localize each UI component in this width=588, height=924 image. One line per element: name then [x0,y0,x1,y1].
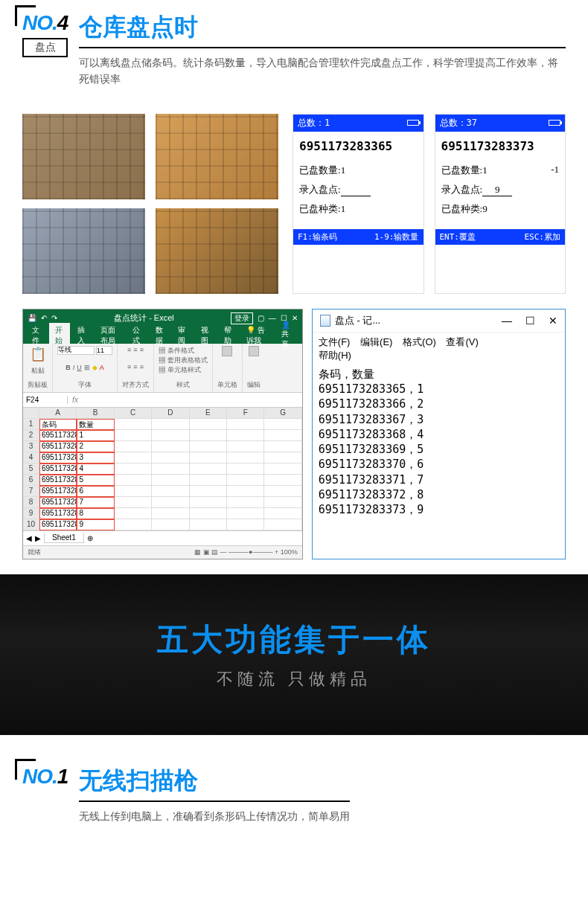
cell[interactable]: 数量 [77,419,114,430]
share-button[interactable]: 👤 共享 [275,318,299,352]
cell[interactable] [264,519,301,530]
cell[interactable] [152,430,189,441]
menu-file[interactable]: 文件(F) [319,336,351,347]
cell[interactable] [115,486,152,497]
cell[interactable] [227,486,264,497]
cell[interactable] [152,519,189,530]
cell[interactable]: 2 [23,430,39,441]
sheet-tab[interactable]: Sheet1 [44,533,84,543]
save-icon[interactable]: 💾 [28,314,36,322]
cell[interactable] [264,486,301,497]
cell[interactable]: 6951173283365 [39,430,77,441]
cell[interactable]: E [190,408,227,419]
minimize-icon[interactable]: — [502,315,512,327]
cell[interactable] [264,475,301,486]
cell[interactable] [115,508,152,519]
cell[interactable]: 5 [23,463,39,475]
cell[interactable]: 7 [23,486,39,497]
cell[interactable] [115,430,152,441]
cell[interactable] [190,519,227,530]
align-bot-icon[interactable]: ≡ [140,346,144,353]
undo-icon[interactable]: ↶ [41,314,47,322]
align-right-icon[interactable]: ≡ [140,363,144,370]
cell[interactable] [190,430,227,441]
menu-view[interactable]: 查看(V) [446,336,478,347]
cell[interactable]: 10 [23,519,39,530]
cell[interactable]: G [264,408,301,419]
fill-icon[interactable]: ◆ [92,364,98,371]
cell[interactable] [264,497,301,508]
cell[interactable] [115,475,152,486]
paste-icon[interactable]: 📋 [30,346,46,362]
cell[interactable] [264,430,301,441]
cell[interactable]: F [227,408,264,419]
cell[interactable]: D [152,408,189,419]
cell[interactable] [227,463,264,475]
align-top-icon[interactable]: ≡ [127,346,131,353]
cell[interactable] [152,486,189,497]
cell[interactable] [190,441,227,452]
cell[interactable] [152,497,189,508]
fx-icon[interactable]: fx [68,396,83,404]
cell[interactable] [23,408,39,419]
sheet-nav-prev-icon[interactable]: ◀ [26,534,32,542]
cell[interactable]: 4 [23,452,39,463]
cell[interactable] [152,441,189,452]
cell[interactable] [264,419,301,430]
font-name-input[interactable] [57,346,95,355]
cell[interactable] [190,486,227,497]
cond-format[interactable]: ▦ 条件格式 [159,346,208,356]
ribbon-mode-icon[interactable]: ▢ [258,314,264,322]
cell[interactable]: C [115,408,152,419]
cell[interactable] [190,452,227,463]
cell[interactable]: 7 [77,497,114,508]
font-color-icon[interactable]: A [100,364,104,371]
cell[interactable] [264,452,301,463]
excel-grid[interactable]: ABCDEFG1条码数量2695117328336513695117328336… [23,408,302,530]
cell[interactable]: 6 [77,486,114,497]
cell[interactable]: A [39,408,77,419]
add-sheet-icon[interactable]: ⊕ [87,534,93,542]
cell[interactable]: 1 [23,419,39,430]
table-format[interactable]: ▦ 套用表格格式 [159,356,208,365]
cell[interactable]: 2 [77,441,114,452]
align-left-icon[interactable]: ≡ [127,363,131,370]
menu-format[interactable]: 格式(O) [403,336,436,347]
cell[interactable] [264,441,301,452]
cell[interactable]: 条码 [39,419,77,430]
view-normal-icon[interactable]: ▦ [194,548,201,556]
cell[interactable] [115,519,152,530]
cell[interactable] [227,475,264,486]
cell[interactable] [227,508,264,519]
bold-icon[interactable]: B [65,364,71,371]
editing-icon[interactable] [249,346,259,356]
cell[interactable] [190,508,227,519]
cell[interactable]: 9 [77,519,114,530]
cell[interactable] [152,463,189,475]
cell[interactable] [190,475,227,486]
view-break-icon[interactable]: ▤ [211,548,218,556]
cell[interactable] [227,452,264,463]
cell[interactable]: 6951173283369 [39,475,77,486]
notepad-titlebar[interactable]: 盘点 - 记... — ☐ ✕ [313,309,565,333]
cell-format[interactable]: ▦ 单元格样式 [159,365,208,375]
cell[interactable]: 9 [23,508,39,519]
menu-help[interactable]: 帮助(H) [319,350,351,361]
cell[interactable]: 6 [23,475,39,486]
menu-edit[interactable]: 编辑(E) [360,336,392,347]
cell[interactable]: 6951173283373 [39,519,77,530]
cell[interactable] [152,452,189,463]
cell[interactable] [190,463,227,475]
scanner1-input-field[interactable] [341,184,371,196]
underline-icon[interactable]: U [77,364,82,371]
close-icon[interactable]: ✕ [549,315,557,327]
cell[interactable] [115,463,152,475]
cell[interactable] [227,430,264,441]
cells-icon[interactable] [222,346,232,356]
cell[interactable] [190,419,227,430]
maximize-icon[interactable]: ☐ [525,315,535,327]
cell[interactable]: 3 [77,452,114,463]
view-page-icon[interactable]: ▣ [203,548,210,556]
cell[interactable]: 4 [77,463,114,475]
cell[interactable] [264,508,301,519]
